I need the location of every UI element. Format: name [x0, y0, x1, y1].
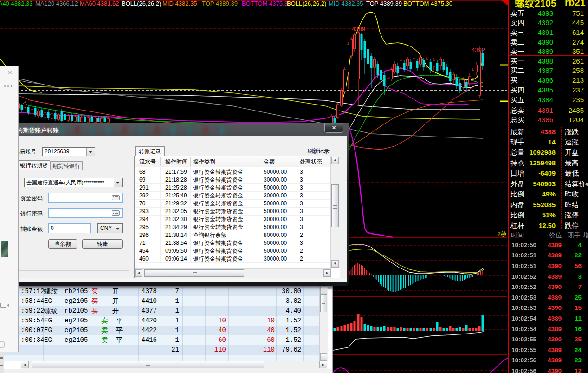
svg-text:2秒: 2秒: [498, 231, 506, 237]
svg-text:4389: 4389: [352, 26, 365, 33]
svg-text:4392: 4392: [472, 46, 485, 53]
